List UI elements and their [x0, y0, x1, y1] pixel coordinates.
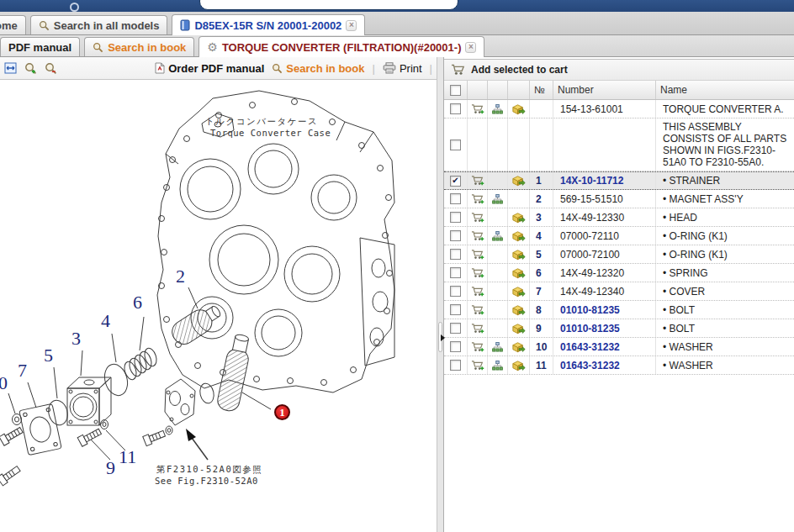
cart-cell: [468, 172, 488, 189]
search-in-book-label: Search in book: [286, 62, 364, 75]
table-row[interactable]: 1101643-31232• WASHER: [444, 356, 794, 375]
row-checkbox[interactable]: [450, 230, 461, 241]
package-icon[interactable]: [511, 360, 526, 371]
row-ref-number: 11: [530, 356, 553, 374]
add-to-cart-icon[interactable]: [471, 193, 484, 205]
package-icon[interactable]: [511, 341, 526, 353]
row-checkbox[interactable]: [450, 249, 461, 260]
applicability-cell: [488, 100, 508, 118]
part-number-link[interactable]: 14X-10-11712: [553, 172, 656, 189]
table-row[interactable]: THIS ASSEMBLY CONSISTS OF ALL PARTS SHOW…: [444, 119, 794, 171]
package-cell: [508, 301, 530, 319]
table-row[interactable]: 901010-81235• BOLT: [444, 319, 794, 338]
pane-splitter[interactable]: [437, 57, 444, 532]
applicability-icon[interactable]: [492, 194, 503, 204]
row-checkbox[interactable]: [450, 341, 461, 352]
add-to-cart-icon[interactable]: [471, 230, 484, 242]
part-number-link[interactable]: 01010-81235: [553, 319, 656, 337]
applicability-cell: [488, 282, 508, 300]
table-row[interactable]: 507000-72100• O-RING (K1): [444, 245, 794, 264]
add-to-cart-icon[interactable]: [471, 103, 484, 115]
add-to-cart-icon[interactable]: [471, 175, 484, 187]
table-row[interactable]: 714X-49-12340• COVER: [444, 282, 794, 301]
table-row[interactable]: 2569-15-51510• MAGNET ASS'Y: [444, 190, 794, 208]
parts-list-pane: Add selected to cart № Number Name 154-1…: [444, 59, 794, 532]
row-checkbox[interactable]: [450, 323, 461, 334]
package-icon[interactable]: [511, 103, 526, 115]
add-to-cart-icon[interactable]: [471, 323, 484, 334]
table-row[interactable]: 154-13-61001TORQUE CONVERTER A.: [444, 100, 794, 119]
package-icon[interactable]: [511, 212, 526, 224]
package-icon[interactable]: [511, 249, 526, 261]
add-to-cart-icon[interactable]: [471, 212, 484, 224]
order-pdf-manual-button[interactable]: Order PDF manual: [155, 62, 264, 75]
row-checkbox[interactable]: [450, 193, 461, 204]
add-to-cart-header[interactable]: Add selected to cart: [444, 60, 794, 81]
tab-pdf-manual[interactable]: PDF manual: [0, 37, 80, 56]
checkbox-cell: [444, 319, 468, 337]
table-row[interactable]: 314X-49-12330• HEAD: [444, 208, 794, 227]
part-number: 569-15-51510: [553, 190, 656, 208]
close-icon[interactable]: [346, 20, 357, 31]
part-name: • MAGNET ASS'Y: [656, 190, 794, 208]
tab-model[interactable]: D85EX-15R S/N 20001-20002: [172, 14, 365, 35]
applicability-icon[interactable]: [492, 231, 503, 241]
add-to-cart-icon[interactable]: [471, 267, 484, 279]
tab-figure[interactable]: TORQUE CONVERTER (FILTRATION)(#20001-): [198, 36, 484, 57]
add-to-cart-icon[interactable]: [471, 304, 484, 316]
close-icon[interactable]: [465, 42, 476, 53]
part-number: 154-13-61001: [553, 100, 656, 118]
select-all-checkbox[interactable]: [450, 85, 461, 96]
package-icon[interactable]: [511, 323, 526, 334]
add-to-cart-icon[interactable]: [471, 286, 484, 298]
print-button[interactable]: Print: [383, 62, 422, 75]
row-checkbox[interactable]: [450, 212, 461, 223]
zoom-out-icon[interactable]: [45, 62, 57, 75]
table-row[interactable]: 801010-81235• BOLT: [444, 301, 794, 319]
applicability-cell: [488, 319, 508, 337]
row-checkbox[interactable]: [450, 360, 461, 371]
row-checkbox[interactable]: [450, 267, 461, 278]
package-cell: [508, 282, 530, 300]
part-number-label: 0: [0, 372, 8, 394]
table-row[interactable]: 407000-72110• O-RING (K1): [444, 227, 794, 245]
table-row[interactable]: 114X-10-11712• STRAINER: [444, 171, 794, 190]
cart-cell: [468, 319, 488, 337]
tab-figure-label: TORQUE CONVERTER (FILTRATION)(#20001-): [222, 41, 462, 54]
search-in-book-button[interactable]: Search in book: [272, 62, 364, 75]
add-to-cart-icon[interactable]: [471, 360, 484, 371]
table-row[interactable]: 1001643-31232• WASHER: [444, 338, 794, 356]
add-to-cart-icon[interactable]: [471, 249, 484, 261]
row-checkbox[interactable]: [450, 176, 461, 187]
add-to-cart-icon[interactable]: [471, 341, 484, 353]
package-icon[interactable]: [511, 286, 526, 298]
checkbox-cell: [444, 338, 468, 356]
package-icon[interactable]: [511, 267, 526, 279]
zoom-in-icon[interactable]: [24, 62, 37, 75]
applicability-icon[interactable]: [492, 361, 503, 371]
table-row[interactable]: 614X-49-12320• SPRING: [444, 264, 794, 282]
tab-search-in-book[interactable]: Search in book: [84, 37, 194, 56]
row-checkbox[interactable]: [450, 140, 461, 150]
package-icon[interactable]: [511, 175, 526, 187]
fit-page-icon[interactable]: [4, 62, 17, 74]
row-checkbox[interactable]: [450, 286, 461, 297]
part-number-link[interactable]: 01643-31232: [553, 356, 656, 374]
cart-cell: [468, 282, 488, 300]
part-number-link[interactable]: 01643-31232: [553, 338, 656, 356]
tab-search-all-models[interactable]: Search in all models: [30, 15, 168, 34]
part-number-link[interactable]: 01010-81235: [553, 301, 656, 319]
splitter-collapse-icon[interactable]: [441, 334, 445, 341]
part-number-label: 2: [176, 266, 185, 287]
package-icon[interactable]: [511, 230, 526, 242]
applicability-icon[interactable]: [492, 342, 503, 352]
tab-home[interactable]: ome: [0, 15, 26, 34]
row-checkbox[interactable]: [450, 103, 461, 114]
row-checkbox[interactable]: [450, 304, 461, 315]
applicability-icon[interactable]: [492, 104, 503, 114]
package-icon[interactable]: [511, 304, 526, 316]
cart-cell: [468, 227, 488, 245]
chrome-address-box[interactable]: [199, 0, 458, 10]
callout-1-marker[interactable]: 1: [274, 404, 290, 420]
checkbox-cell: [444, 208, 468, 226]
